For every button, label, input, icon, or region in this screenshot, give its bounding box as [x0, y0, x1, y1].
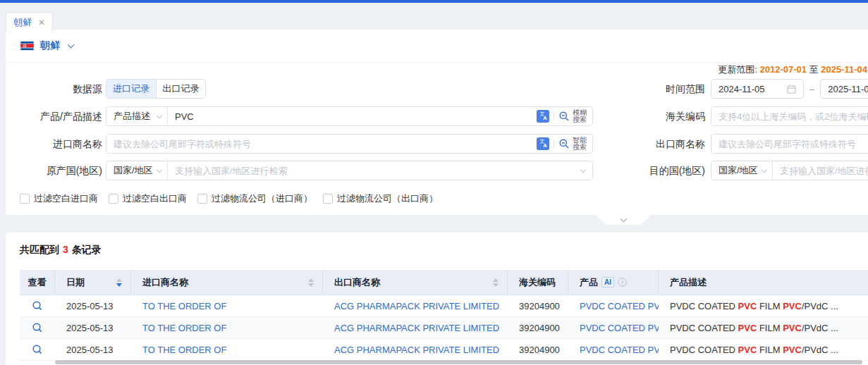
smart-search-line2: 搜索 [573, 144, 587, 151]
chevron-down-icon[interactable] [68, 42, 75, 49]
origin-country-label: 原产国(地区) [6, 161, 102, 180]
update-range-label: 更新范围: [718, 64, 757, 75]
svg-text:A: A [543, 142, 547, 149]
filter-logistics-exporter[interactable]: 过滤物流公司（出口商） [323, 192, 438, 205]
collapse-panel-handle[interactable] [596, 215, 651, 225]
translate-icon[interactable]: 文A [537, 137, 549, 150]
divider [6, 62, 868, 63]
checkbox-icon[interactable] [197, 194, 207, 204]
chevron-down-icon [157, 166, 162, 172]
exporter-link[interactable]: ACG PHARMAPACK PRIVATE LIMITED [334, 301, 499, 311]
exporter-link[interactable]: ACG PHARMAPACK PRIVATE LIMITED [334, 345, 499, 355]
checkbox-icon[interactable] [109, 194, 118, 204]
tab-close-icon[interactable]: ✕ [38, 18, 45, 27]
cell-hs-code: 39204900 [508, 323, 568, 333]
product-link[interactable]: PVDC COATED PVC FIL... [580, 323, 659, 333]
filter-blank-importer[interactable]: 过滤空白进口商 [20, 192, 98, 205]
table-header-row: 查看 日期 进口商名称 出口商名称 海关编码 产品 AI [20, 270, 868, 295]
destination-country-input[interactable] [773, 162, 868, 179]
results-panel: 共匹配到3条记录 查看 日期 进口商名称 出口商名称 海关编码 [6, 233, 868, 365]
translate-icon[interactable]: 文A [537, 110, 549, 123]
cell-product-desc: PVDC COATED PVC FILM PVC/PVdC ... [659, 323, 868, 333]
fuzzy-search-line2: 搜索 [573, 116, 587, 123]
importer-link[interactable]: TO THE ORDER OF [142, 301, 226, 311]
smart-search-icon[interactable] [558, 138, 570, 149]
product-label: 产品/产品描述 [6, 106, 102, 126]
time-range-label: 时间范围 [599, 79, 705, 99]
cell-date: 2025-05-13 [55, 345, 131, 355]
tab-north-korea[interactable]: 朝鲜 ✕ [6, 12, 53, 32]
importer-link[interactable]: TO THE ORDER OF [142, 345, 226, 355]
header-exporter[interactable]: 出口商名称 [323, 270, 508, 295]
checkbox-icon[interactable] [323, 194, 333, 204]
import-records-button[interactable]: 进口记录 [106, 80, 156, 98]
north-korea-flag-icon [20, 41, 35, 51]
tab-title: 朝鲜 [13, 16, 32, 29]
chevron-down-icon [620, 215, 627, 222]
search-panel: 朝鲜 更新范围: 2012-07-01 至 2025-11-04 数据源 进口记… [6, 30, 868, 215]
filter-label: 过滤物流公司（进口商） [212, 192, 312, 205]
sort-icon-date[interactable] [116, 278, 123, 287]
product-link[interactable]: PVDC COATED PVC FIL... [580, 301, 659, 311]
results-summary: 共匹配到3条记录 [20, 244, 102, 256]
fuzzy-search-button[interactable]: 模糊 搜索 [570, 109, 592, 123]
origin-country-select[interactable]: 国家/地区 [106, 161, 168, 180]
destination-country-select[interactable]: 国家/地区 [711, 161, 773, 180]
date-end-input[interactable]: 2025-11-04 [820, 79, 868, 99]
exporter-link[interactable]: ACG PHARMAPACK PRIVATE LIMITED [334, 323, 499, 333]
country-header[interactable]: 朝鲜 [20, 38, 73, 54]
view-record-button[interactable] [32, 344, 43, 355]
cell-date: 2025-05-13 [55, 323, 131, 333]
exporter-input[interactable] [711, 135, 868, 152]
fuzzy-search-icon[interactable] [558, 111, 570, 122]
summary-prefix: 共匹配到 [20, 244, 59, 255]
date-start-input[interactable]: 2024-11-05 [711, 79, 804, 99]
product-search-input[interactable] [168, 108, 534, 125]
hs-code-label: 海关编码 [599, 106, 705, 126]
chevron-down-icon[interactable] [580, 166, 586, 172]
export-records-button[interactable]: 出口记录 [156, 80, 205, 98]
importer-input[interactable] [106, 135, 534, 152]
product-type-value: 产品描述 [114, 110, 150, 123]
checkbox-icon[interactable] [20, 194, 30, 204]
cell-date: 2025-05-13 [55, 301, 131, 311]
header-hs-code: 海关编码 [508, 270, 568, 295]
filter-checkboxes: 过滤空白进口商 过滤空白出口商 过滤物流公司（进口商） 过滤物流公司（出口商） [20, 193, 448, 204]
view-record-button[interactable] [32, 300, 43, 311]
importer-link[interactable]: TO THE ORDER OF [142, 323, 226, 333]
ai-badge: AI [601, 277, 614, 287]
view-record-button[interactable] [32, 322, 43, 333]
data-source-label: 数据源 [6, 79, 102, 99]
cell-product-desc: PVDC COATED PVC FILM PVC/PVdC ... [659, 345, 868, 355]
origin-country-input[interactable] [168, 162, 581, 179]
destination-country-select-value: 国家/地区 [719, 164, 758, 177]
calendar-icon [787, 85, 796, 94]
filter-blank-exporter[interactable]: 过滤空白出口商 [109, 192, 187, 205]
smart-search-button[interactable]: 智能 搜索 [570, 137, 592, 151]
date-start-value: 2024-11-05 [719, 84, 765, 94]
filter-logistics-importer[interactable]: 过滤物流公司（进口商） [197, 192, 312, 205]
header-date[interactable]: 日期 [55, 270, 131, 295]
summary-suffix: 条记录 [72, 244, 102, 255]
info-icon[interactable]: i [618, 278, 627, 287]
hs-code-input[interactable] [711, 108, 868, 125]
sort-icon-importer[interactable] [308, 278, 315, 287]
header-importer[interactable]: 进口商名称 [131, 270, 323, 295]
chevron-down-icon [157, 112, 162, 118]
update-range-to: 至 [809, 64, 819, 75]
product-type-select[interactable]: 产品描述 [106, 107, 168, 125]
importer-search-group: 文A 智能 搜索 [106, 134, 593, 154]
cell-hs-code: 39204900 [508, 301, 568, 311]
update-range-end: 2025-11-04 [821, 64, 867, 75]
tab-bar: 朝鲜 ✕ [0, 3, 868, 30]
exporter-label: 出口商名称 [599, 134, 705, 154]
horizontal-scrollbar[interactable] [55, 360, 862, 364]
cell-hs-code: 39204900 [508, 345, 568, 355]
date-range-dash: – [809, 84, 814, 94]
filter-label: 过滤物流公司（出口商） [337, 192, 438, 205]
sort-icon-exporter[interactable] [493, 278, 500, 287]
product-link[interactable]: PVDC COATED PVC FIL... [580, 345, 659, 355]
update-range: 更新范围: 2012-07-01 至 2025-11-04 [718, 63, 867, 76]
divider [554, 139, 554, 149]
cell-product-desc: PVDC COATED PVC FILM PVC/PVdC ... [659, 301, 868, 311]
